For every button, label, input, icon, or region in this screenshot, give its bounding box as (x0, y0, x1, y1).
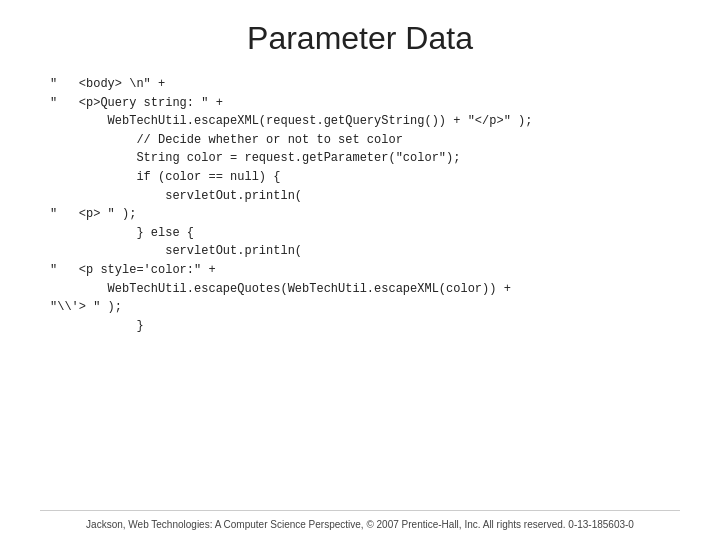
code-line-13: WebTechUtil.escapeQuotes(WebTechUtil.esc… (50, 280, 670, 299)
code-line-1: " <body> \n" + (50, 75, 670, 94)
code-line-11: servletOut.println( (50, 242, 670, 261)
code-line-6: String color = request.getParameter("col… (50, 149, 670, 168)
code-line-2: " <p>Query string: " + (50, 94, 670, 113)
code-line-15: } (50, 317, 670, 336)
footer: Jackson, Web Technologies: A Computer Sc… (40, 510, 680, 530)
code-block: " <body> \n" + " <p>Query string: " + We… (40, 75, 680, 510)
code-line-12: " <p style='color:" + (50, 261, 670, 280)
code-line-9: " <p> " ); (50, 205, 670, 224)
page-title: Parameter Data (247, 20, 473, 57)
page-container: Parameter Data " <body> \n" + " <p>Query… (0, 0, 720, 540)
code-line-3: WebTechUtil.escapeXML(request.getQuerySt… (50, 112, 670, 131)
code-line-5: // Decide whether or not to set color (50, 131, 670, 150)
code-line-10: } else { (50, 224, 670, 243)
code-line-8: servletOut.println( (50, 187, 670, 206)
code-line-7: if (color == null) { (50, 168, 670, 187)
code-line-14: "\\'> " ); (50, 298, 670, 317)
